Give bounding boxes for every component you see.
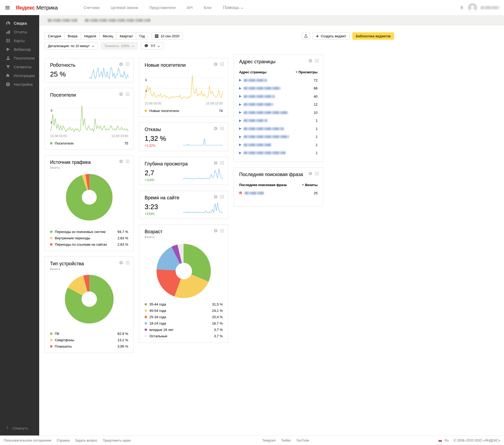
expand-row-icon[interactable] — [239, 87, 241, 90]
notifications-bell-icon[interactable] — [459, 5, 464, 10]
nav-tselevoy-zvonok[interactable]: Целевой звонок — [111, 6, 138, 10]
username-redacted[interactable] — [481, 6, 499, 9]
widget-drag-handle-icon[interactable] — [220, 195, 224, 199]
page-url-redacted[interactable] — [244, 127, 284, 130]
counter-site-redacted[interactable] — [85, 19, 150, 22]
widget-settings-gear-icon[interactable] — [119, 62, 123, 66]
footer-social-telegram[interactable]: Telegram — [262, 439, 276, 442]
range-week[interactable]: Неделя — [81, 32, 99, 40]
user-avatar[interactable] — [468, 3, 477, 12]
page-row[interactable]: 1 — [239, 141, 318, 149]
search-phrase-redacted[interactable] — [245, 192, 264, 195]
page-url-redacted[interactable] — [244, 79, 267, 82]
column-header-metric[interactable]: ▼ Просмотры — [295, 70, 318, 74]
device-type-donut[interactable] — [65, 275, 114, 323]
legend-item[interactable]: младше 18 лет 3,7 % — [145, 328, 223, 332]
export-button[interactable] — [302, 32, 310, 40]
widget-drag-handle-icon[interactable] — [220, 229, 224, 232]
legend-item[interactable]: 25-34 года 20,4 % — [145, 315, 223, 319]
legend-item[interactable]: Смартфоны 13,2 % — [50, 338, 128, 342]
widget-drag-handle-icon[interactable] — [126, 261, 129, 264]
bounces-sparkline[interactable] — [183, 138, 223, 146]
widget-settings-gear-icon[interactable] — [309, 59, 313, 63]
footer-social-twitter[interactable]: Twitter — [281, 439, 291, 442]
legend-item[interactable]: 35-44 года 31,5 % — [145, 302, 223, 306]
detalization-dropdown[interactable]: Детализация: по 10 минут — [44, 42, 98, 50]
sidebar-item-segmenty[interactable]: Сегменты — [0, 62, 39, 71]
sidebar-item-svodka[interactable]: Сводка — [0, 19, 39, 28]
page-url-redacted[interactable] — [244, 103, 273, 106]
visitors-line-chart[interactable] — [50, 102, 128, 132]
widget-settings-gear-icon[interactable] — [214, 62, 218, 66]
nav-schetchiki[interactable]: Счетчики — [84, 6, 100, 10]
phrase-row[interactable]: Я 25 — [239, 189, 318, 197]
expand-row-icon[interactable] — [239, 136, 241, 138]
footer-link-0[interactable]: Пользовательское соглашение — [4, 439, 51, 442]
widget-settings-gear-icon[interactable] — [119, 159, 123, 163]
sidebar-item-nastroika[interactable]: Настройка — [0, 80, 39, 89]
expand-row-icon[interactable] — [239, 143, 241, 146]
page-row[interactable]: 1 — [239, 149, 318, 157]
traffic-source-donut[interactable] — [66, 174, 113, 221]
range-quarter[interactable]: Квартал — [116, 32, 136, 40]
page-url-redacted[interactable] — [244, 95, 275, 98]
sidebar-item-posetiteli[interactable]: Посетители — [0, 54, 39, 62]
widget-drag-handle-icon[interactable] — [220, 127, 224, 130]
expand-row-icon[interactable] — [239, 103, 241, 106]
widget-settings-gear-icon[interactable] — [214, 127, 218, 131]
expand-row-icon[interactable] — [239, 95, 241, 98]
page-url-redacted[interactable] — [244, 87, 281, 90]
page-url-redacted[interactable] — [244, 111, 288, 114]
page-row[interactable]: 40 — [239, 92, 318, 101]
widget-drag-handle-icon[interactable] — [315, 59, 319, 62]
expand-row-icon[interactable] — [239, 152, 241, 154]
widget-settings-gear-icon[interactable] — [119, 261, 123, 265]
widget-library-button[interactable]: Библиотека виджетов — [352, 32, 394, 40]
robotness-sparkline[interactable] — [89, 67, 129, 79]
widget-drag-handle-icon[interactable] — [315, 172, 319, 175]
sidebar-item-karty[interactable]: Карты — [0, 36, 39, 45]
legend-item[interactable]: Переходы по ссылкам на сайтах 2,63 % — [50, 242, 128, 246]
expand-row-icon[interactable] — [239, 127, 241, 130]
range-today[interactable]: Сегодня — [44, 32, 64, 40]
comments-dropdown[interactable]: 7/7 — [141, 42, 163, 50]
expand-row-icon[interactable] — [239, 119, 241, 122]
footer-social-youtube[interactable]: YouTube — [296, 439, 309, 442]
expand-row-icon[interactable] — [239, 111, 241, 114]
page-row[interactable]: 1 — [239, 117, 318, 125]
page-url-redacted[interactable] — [244, 119, 267, 122]
expand-row-icon[interactable] — [239, 79, 241, 82]
page-row[interactable]: 1 — [239, 125, 318, 133]
widget-drag-handle-icon[interactable] — [126, 92, 129, 96]
widget-drag-handle-icon[interactable] — [220, 62, 224, 66]
menu-icon[interactable] — [5, 5, 10, 10]
footer-link-1[interactable]: Справка — [57, 439, 70, 442]
widget-settings-gear-icon[interactable] — [119, 92, 123, 96]
app-logo[interactable]: ЯндексМетрика — [16, 5, 58, 11]
sidebar-item-integracii[interactable]: Интеграции — [0, 71, 39, 80]
age-donut[interactable] — [157, 244, 211, 298]
depth-sparkline[interactable] — [183, 168, 223, 181]
page-row[interactable]: 66 — [239, 84, 318, 93]
widget-settings-gear-icon[interactable] — [214, 161, 218, 165]
accuracy-dropdown[interactable]: Точность: 100% — [101, 42, 138, 50]
sidebar-item-vebvizor[interactable]: Вебвизор — [0, 45, 39, 54]
range-yesterday[interactable]: Вчера — [64, 32, 81, 40]
language-switcher[interactable]: Ru — [445, 439, 449, 442]
page-row[interactable]: 12 — [239, 101, 318, 109]
counter-name-redacted[interactable] — [48, 19, 77, 22]
widget-drag-handle-icon[interactable] — [126, 62, 129, 66]
widget-drag-handle-icon[interactable] — [126, 160, 129, 163]
page-row[interactable]: 72 — [239, 76, 318, 84]
widget-settings-gear-icon[interactable] — [309, 172, 313, 176]
range-year[interactable]: Год — [136, 32, 148, 40]
legend-item[interactable]: 45-54 года 24,1 % — [145, 309, 223, 313]
create-widget-button[interactable]: + Создать виджет — [313, 32, 350, 40]
footer-link-2[interactable]: Задать вопрос — [75, 439, 97, 442]
page-url-redacted[interactable] — [244, 151, 286, 154]
new-visitors-legend[interactable]: Новые посетители 74 — [145, 109, 223, 113]
sidebar-collapse-button[interactable]: Свернуть — [0, 424, 39, 432]
nav-help[interactable]: Помощь — [223, 5, 244, 10]
page-url-redacted[interactable] — [244, 135, 289, 138]
column-header-metric[interactable]: ▼ Визиты — [302, 183, 318, 187]
